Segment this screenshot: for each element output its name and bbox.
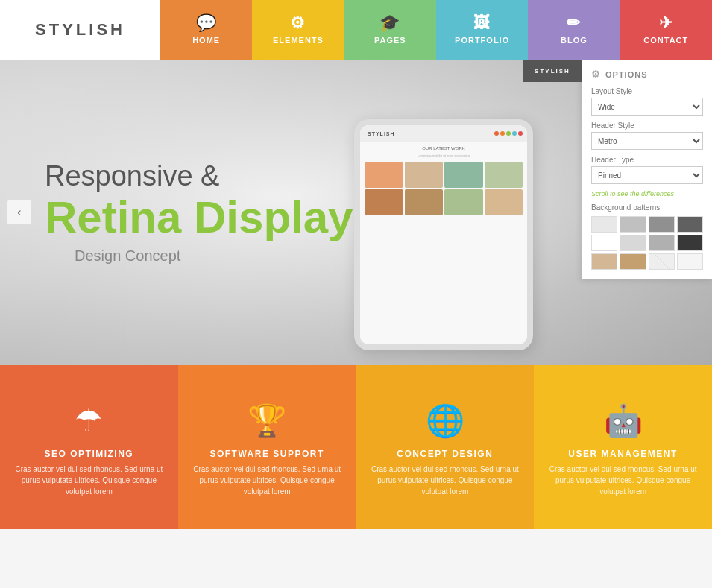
grid-item bbox=[365, 189, 403, 215]
phone-frame: STYLISH OUR LATEST WORK Lorem ipsum dolo… bbox=[354, 119, 533, 350]
dot-5 bbox=[518, 131, 523, 136]
feature-title-design: CONCEPT DESIGN Cras auctor vel dui sed r… bbox=[371, 449, 520, 497]
hero-title-2: Retina Display bbox=[45, 195, 353, 240]
phone-nav-dots bbox=[494, 131, 523, 136]
dot-4 bbox=[512, 131, 517, 136]
phone-logo: STYLISH bbox=[368, 131, 395, 136]
pattern-swatch[interactable] bbox=[591, 253, 617, 270]
nav-label-pages: PAGES bbox=[374, 36, 406, 45]
portfolio-icon: 🖼 bbox=[473, 15, 491, 31]
grid-item bbox=[405, 189, 444, 215]
header-style-select[interactable]: Metro Classic bbox=[591, 132, 703, 150]
hero-prev-button[interactable]: ‹ bbox=[7, 200, 31, 224]
phone-section-title: OUR LATEST WORK bbox=[365, 146, 523, 151]
feature-title-management: USER MANAGEMENT Cras auctor vel dui sed … bbox=[549, 449, 697, 497]
nav-label-blog: BLOG bbox=[561, 36, 587, 45]
features-section: ☂ SEO OPTIMIZING Cras auctor vel dui sed… bbox=[0, 365, 712, 529]
logo: STYLISH bbox=[0, 0, 160, 60]
stylish-badge: STYLISH bbox=[523, 60, 582, 82]
dot-1 bbox=[494, 131, 499, 136]
gear-icon: ⚙ bbox=[591, 69, 601, 80]
main-nav: 💬 HOME ⚙ ELEMENTS 🎓 PAGES 🖼 PORTFOLIO ✏ … bbox=[160, 0, 712, 60]
chevron-left-icon: ‹ bbox=[17, 206, 21, 219]
nav-item-home[interactable]: 💬 HOME bbox=[160, 0, 252, 60]
android-icon: 🤖 bbox=[604, 405, 643, 437]
trophy-icon: 🏆 bbox=[248, 405, 286, 437]
umbrella-icon: ☂ bbox=[75, 405, 103, 437]
pattern-swatch[interactable] bbox=[649, 253, 675, 270]
nav-label-elements: ELEMENTS bbox=[273, 36, 324, 45]
pattern-swatch[interactable] bbox=[649, 235, 675, 251]
header: STYLISH 💬 HOME ⚙ ELEMENTS 🎓 PAGES 🖼 PORT… bbox=[0, 0, 712, 60]
header-style-label: Header Style bbox=[591, 121, 703, 130]
home-icon: 💬 bbox=[196, 15, 217, 31]
hero-section: ‹ Responsive & Retina Display Design Con… bbox=[0, 60, 712, 365]
contact-icon: ✈ bbox=[659, 15, 673, 31]
elements-icon: ⚙ bbox=[290, 15, 306, 31]
pattern-swatch[interactable] bbox=[591, 216, 617, 233]
hero-subtitle: Design Concept bbox=[75, 247, 353, 265]
pattern-swatch[interactable] bbox=[620, 216, 646, 233]
phone-portfolio-grid bbox=[365, 162, 523, 215]
header-type-select[interactable]: Pinned Static bbox=[591, 166, 703, 184]
globe-icon: 🌐 bbox=[426, 405, 464, 437]
options-title: OPTIONS bbox=[605, 70, 648, 79]
pattern-swatch[interactable] bbox=[677, 235, 703, 251]
feature-title-seo: SEO OPTIMIZING Cras auctor vel dui sed r… bbox=[15, 449, 163, 497]
nav-item-portfolio[interactable]: 🖼 PORTFOLIO bbox=[436, 0, 528, 60]
grid-item bbox=[405, 162, 444, 188]
pattern-swatch[interactable] bbox=[591, 235, 617, 251]
grid-item bbox=[444, 189, 483, 215]
device-mockup: STYLISH OUR LATEST WORK Lorem ipsum dolo… bbox=[354, 119, 578, 365]
feature-card-management: 🤖 USER MANAGEMENT Cras auctor vel dui se… bbox=[534, 365, 712, 529]
nav-item-contact[interactable]: ✈ CONTACT bbox=[620, 0, 712, 60]
grid-item bbox=[444, 162, 483, 188]
phone-screen: STYLISH OUR LATEST WORK Lorem ipsum dolo… bbox=[360, 125, 527, 344]
nav-item-pages[interactable]: 🎓 PAGES bbox=[344, 0, 436, 60]
pattern-swatch[interactable] bbox=[677, 253, 703, 270]
patterns-grid bbox=[591, 216, 703, 270]
nav-item-elements[interactable]: ⚙ ELEMENTS bbox=[252, 0, 344, 60]
pattern-swatch[interactable] bbox=[677, 216, 703, 233]
header-type-label: Header Type bbox=[591, 156, 703, 164]
phone-content: OUR LATEST WORK Lorem ipsum dolor sit am… bbox=[360, 142, 527, 220]
hero-content: Responsive & Retina Display Design Conce… bbox=[45, 160, 353, 265]
blog-icon: ✏ bbox=[567, 15, 581, 31]
nav-label-home: HOME bbox=[192, 36, 220, 45]
layout-style-select[interactable]: Wide Boxed bbox=[591, 98, 703, 116]
hero-title-1: Responsive & bbox=[45, 160, 353, 192]
feature-card-seo: ☂ SEO OPTIMIZING Cras auctor vel dui sed… bbox=[0, 365, 178, 529]
phone-lorem: Lorem ipsum dolor sit amet consectetur bbox=[365, 154, 523, 157]
phone-nav-bar: STYLISH bbox=[360, 125, 527, 142]
scroll-note: Scroll to see the differences bbox=[591, 190, 703, 197]
pattern-swatch[interactable] bbox=[649, 216, 675, 233]
pages-icon: 🎓 bbox=[379, 15, 400, 31]
pattern-swatch[interactable] bbox=[620, 253, 646, 270]
feature-title-support: SOFTWARE SUPPORT Cras auctor vel dui sed… bbox=[193, 449, 341, 497]
nav-label-contact: CONTACT bbox=[643, 36, 688, 45]
options-header: ⚙ OPTIONS bbox=[591, 69, 703, 80]
grid-item bbox=[365, 162, 403, 188]
layout-style-label: Layout Style bbox=[591, 87, 703, 95]
nav-label-portfolio: PORTFOLIO bbox=[455, 36, 509, 45]
feature-card-support: 🏆 SOFTWARE SUPPORT Cras auctor vel dui s… bbox=[178, 365, 356, 529]
dot-2 bbox=[500, 131, 505, 136]
nav-item-blog[interactable]: ✏ BLOG bbox=[528, 0, 620, 60]
feature-card-design: 🌐 CONCEPT DESIGN Cras auctor vel dui sed… bbox=[356, 365, 535, 529]
logo-text: STYLISH bbox=[35, 20, 125, 39]
grid-item bbox=[485, 162, 523, 188]
dot-3 bbox=[506, 131, 511, 136]
options-panel: STYLISH ⚙ OPTIONS Layout Style Wide Boxe… bbox=[582, 60, 712, 279]
pattern-swatch[interactable] bbox=[620, 235, 646, 251]
bg-patterns-label: Background patterns bbox=[591, 203, 703, 212]
grid-item bbox=[485, 189, 523, 215]
